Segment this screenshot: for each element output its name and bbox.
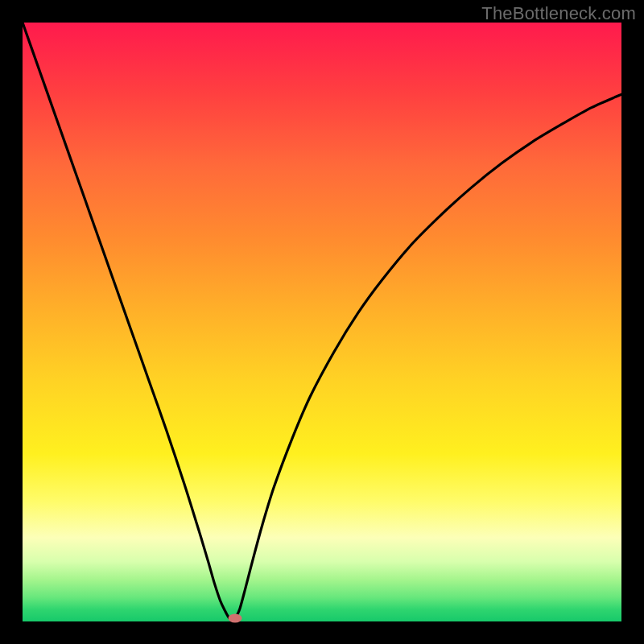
plot-area	[23, 23, 621, 621]
bottleneck-curve	[23, 23, 621, 621]
optimum-marker	[229, 614, 242, 623]
chart-frame: TheBottleneck.com	[0, 0, 644, 644]
watermark-text: TheBottleneck.com	[481, 3, 636, 24]
